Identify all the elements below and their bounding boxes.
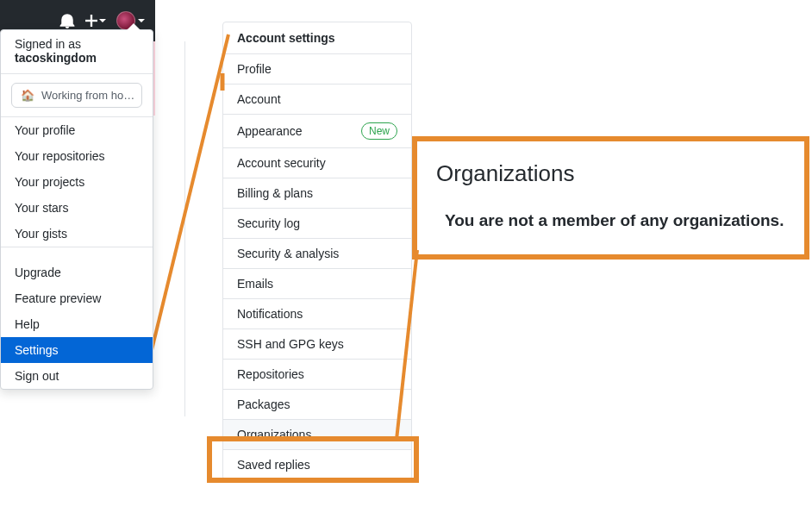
- house-emoji-icon: 🏠: [21, 89, 34, 102]
- dropdown-item[interactable]: Upgrade: [1, 260, 153, 285]
- dropdown-item[interactable]: Help: [1, 311, 153, 337]
- account-settings-sidebar: Account settings ProfileAccountAppearanc…: [222, 22, 412, 480]
- status-text: Working from ho…: [41, 89, 134, 102]
- sidebar-item[interactable]: Account: [223, 84, 411, 115]
- status-wrap: 🏠 Working from ho…: [1, 74, 153, 116]
- sidebar-item[interactable]: Security log: [223, 209, 411, 239]
- new-badge: New: [361, 122, 397, 140]
- organizations-panel: Organizations You are not a member of an…: [412, 136, 809, 260]
- username: tacoskingdom: [15, 51, 139, 65]
- sidebar-item-label: Security & analysis: [237, 247, 339, 260]
- sidebar-item-label: Appearance: [237, 124, 303, 138]
- sidebar-item-label: Repositories: [237, 367, 304, 381]
- sidebar-item[interactable]: Repositories: [223, 360, 411, 390]
- sidebar-item[interactable]: AppearanceNew: [223, 115, 411, 148]
- sidebar-item[interactable]: Saved replies: [223, 450, 411, 479]
- status-button[interactable]: 🏠 Working from ho…: [11, 83, 142, 108]
- add-menu[interactable]: [85, 15, 106, 27]
- sidebar-item-label: Emails: [237, 277, 273, 291]
- sidebar-item-label: Profile: [237, 62, 272, 76]
- sidebar-header: Account settings: [223, 22, 411, 54]
- sidebar-item-label: Account security: [237, 156, 326, 170]
- dropdown-item[interactable]: Your gists: [1, 221, 153, 247]
- sidebar-item-label: Notifications: [237, 307, 303, 321]
- caret-down-icon: [99, 19, 106, 22]
- sidebar-item[interactable]: Packages: [223, 390, 411, 420]
- sidebar-item-label: Billing & plans: [237, 186, 313, 200]
- dropdown-item[interactable]: Settings: [1, 337, 153, 363]
- sidebar-item[interactable]: SSH and GPG keys: [223, 329, 411, 360]
- sidebar-item[interactable]: Notifications: [223, 299, 411, 329]
- sidebar-item[interactable]: Billing & plans: [223, 178, 411, 209]
- sidebar-item[interactable]: Account security: [223, 148, 411, 178]
- dropdown-item[interactable]: Your profile: [1, 117, 153, 143]
- dropdown-item[interactable]: Your projects: [1, 169, 153, 195]
- sidebar-item-label: Account: [237, 92, 281, 106]
- dropdown-item[interactable]: Sign out: [1, 363, 153, 389]
- vertical-divider: [184, 41, 185, 416]
- signed-in-label: Signed in as: [15, 37, 139, 51]
- sidebar-item-label: SSH and GPG keys: [237, 337, 344, 351]
- dropdown-item[interactable]: Your repositories: [1, 143, 153, 169]
- sidebar-item[interactable]: Profile: [223, 54, 411, 84]
- user-dropdown: Signed in as tacoskingdom 🏠 Working from…: [0, 29, 153, 390]
- sidebar-item[interactable]: Organizations: [223, 420, 411, 450]
- dropdown-item[interactable]: Feature preview: [1, 285, 153, 311]
- dropdown-header: Signed in as tacoskingdom: [1, 30, 153, 73]
- sidebar-item-label: Packages: [237, 397, 290, 411]
- page-title: Organizations: [436, 160, 785, 187]
- empty-message: You are not a member of any organization…: [436, 211, 785, 230]
- dropdown-item[interactable]: Your stars: [1, 195, 153, 221]
- svg-rect-1: [85, 20, 97, 22]
- sidebar-item-label: Security log: [237, 216, 300, 230]
- svg-line-2: [151, 34, 228, 353]
- sidebar-item[interactable]: Security & analysis: [223, 239, 411, 269]
- sidebar-item-label: Organizations: [237, 428, 311, 441]
- bell-icon[interactable]: [59, 13, 75, 28]
- sidebar-item-label: Saved replies: [237, 458, 310, 472]
- caret-down-icon: [138, 19, 145, 22]
- sidebar-item[interactable]: Emails: [223, 269, 411, 299]
